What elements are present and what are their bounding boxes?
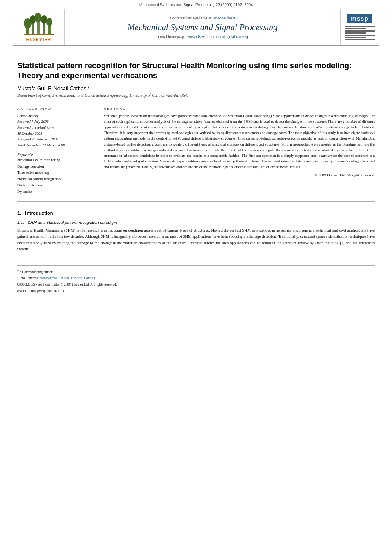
history-label: Article history: xyxy=(17,113,95,119)
author-names: Mustafa Gul, F. Necati Catbas * xyxy=(17,86,89,92)
affiliation: Department of Civil, Environmental and C… xyxy=(17,93,375,98)
article-info-column: Article Info Article history: Received 7… xyxy=(17,107,95,194)
history-item-3: Accepted 26 February 2009 xyxy=(17,137,95,143)
mssp-section: mssp xyxy=(340,9,379,45)
mssp-line-6 xyxy=(345,37,366,38)
article-history: Article history: Received 7 July 2008 Re… xyxy=(17,113,95,149)
footnote-asterisk-note: * * Corresponding author. xyxy=(17,268,375,275)
keywords-section: Keywords: Structural Health Monitoring D… xyxy=(17,153,95,194)
article-info-abstract: Article Info Article history: Received 7… xyxy=(17,107,375,194)
journal-ref: Mechanical Systems and Signal Processing… xyxy=(0,0,392,9)
subsection-1-title: 1.1. SHM as a statistical pattern recogn… xyxy=(17,220,375,225)
keyword-2: Time series modeling xyxy=(17,169,95,175)
authors: Mustafa Gul, F. Necati Catbas * xyxy=(17,86,375,92)
sciencedirect-label: Contents lists available at xyxy=(170,16,211,20)
history-item-0: Received 7 July 2008 xyxy=(17,119,95,125)
mssp-line-2 xyxy=(345,28,366,29)
email-label: E-mail address: xyxy=(17,276,39,280)
mssp-line-4 xyxy=(345,32,366,34)
footer-divider xyxy=(17,265,375,266)
keyword-3: Statistical pattern recognition xyxy=(17,176,95,182)
footnote-doi: doi:10.1016/j.ymssp.2009.02.013 xyxy=(17,289,375,294)
mssp-lines xyxy=(345,25,375,41)
journal-ref-text: Mechanical Systems and Signal Processing… xyxy=(139,3,253,7)
main-content: Statistical pattern recognition for Stru… xyxy=(0,46,392,259)
footnote-issn: 0888-3270/$ - see front matter © 2009 El… xyxy=(17,282,375,288)
subsection-1-label: SHM as a statistical pattern recognition… xyxy=(28,220,117,225)
elsevier-tree-icon xyxy=(24,13,54,36)
mssp-badge: mssp xyxy=(347,14,372,23)
mssp-line-3 xyxy=(345,30,375,32)
mssp-line-7 xyxy=(345,39,375,40)
asterisk-icon: * xyxy=(17,269,19,272)
body-paragraph-1: Structural Health Monitoring (SHM) is th… xyxy=(17,227,375,252)
body-section: 1. Introduction 1.1. SHM as a statistica… xyxy=(17,210,375,252)
header-center: Contents lists available at ScienceDirec… xyxy=(65,9,340,45)
svg-rect-6 xyxy=(43,22,45,34)
svg-point-9 xyxy=(46,18,52,26)
corresponding-author-note: * Corresponding author. xyxy=(20,270,54,274)
subsection-1-number: 1.1. xyxy=(17,220,24,225)
keyword-5: Dynamics xyxy=(17,188,95,194)
sciencedirect-line: Contents lists available at ScienceDirec… xyxy=(170,16,235,20)
history-item-2: 10 October 2008 xyxy=(17,131,95,137)
copyright-line: © 2009 Elsevier Ltd. All rights reserved… xyxy=(104,173,375,177)
mssp-line-1 xyxy=(345,26,375,27)
history-item-4: Available online 13 March 2009 xyxy=(17,143,95,149)
elsevier-logo: ELSEVIER xyxy=(24,13,54,42)
svg-rect-2 xyxy=(32,22,34,34)
elsevier-text: ELSEVIER xyxy=(26,37,51,42)
footnote-section: * * Corresponding author. E-mail address… xyxy=(0,268,392,294)
keyword-1: Damage detection xyxy=(17,163,95,169)
divider-2 xyxy=(17,201,375,202)
email-address[interactable]: catbas@mail.ucf.edu (F. Necati Catbas). xyxy=(40,276,96,280)
keywords-label: Keywords: xyxy=(17,153,95,157)
section-1-number: 1. xyxy=(17,210,21,216)
keyword-0: Structural Health Monitoring xyxy=(17,157,95,163)
abstract-column: Abstract Statistical pattern recognition… xyxy=(104,107,375,194)
abstract-text: Statistical pattern recognition methodol… xyxy=(104,113,375,170)
elsevier-logo-section: ELSEVIER xyxy=(13,9,65,45)
homepage-url[interactable]: www.elsevier.com/locate/jnlabr/ymssp xyxy=(188,35,249,39)
svg-point-5 xyxy=(35,13,41,22)
svg-point-7 xyxy=(41,15,47,24)
header-banner: ELSEVIER Contents lists available at Sci… xyxy=(13,9,379,46)
journal-homepage: journal homepage: www.elsevier.com/locat… xyxy=(156,35,249,39)
journal-title: Mechanical Systems and Signal Processing xyxy=(127,22,277,32)
footnote-email: E-mail address: catbas@mail.ucf.edu (F. … xyxy=(17,276,375,281)
section-1-label: Introduction xyxy=(25,210,53,216)
history-item-1: Received in revised form xyxy=(17,125,95,131)
section-1-title: 1. Introduction xyxy=(17,210,375,216)
sciencedirect-link[interactable]: ScienceDirect xyxy=(213,16,235,20)
abstract-header: Abstract xyxy=(104,107,375,111)
keyword-4: Outlier detection xyxy=(17,182,95,188)
article-title: Statistical pattern recognition for Stru… xyxy=(17,61,375,81)
article-info-header: Article Info xyxy=(17,107,95,111)
homepage-label: journal homepage: xyxy=(156,35,186,39)
mssp-line-5 xyxy=(345,35,375,36)
divider-1 xyxy=(17,103,375,103)
page-wrapper: Mechanical Systems and Signal Processing… xyxy=(0,0,392,294)
